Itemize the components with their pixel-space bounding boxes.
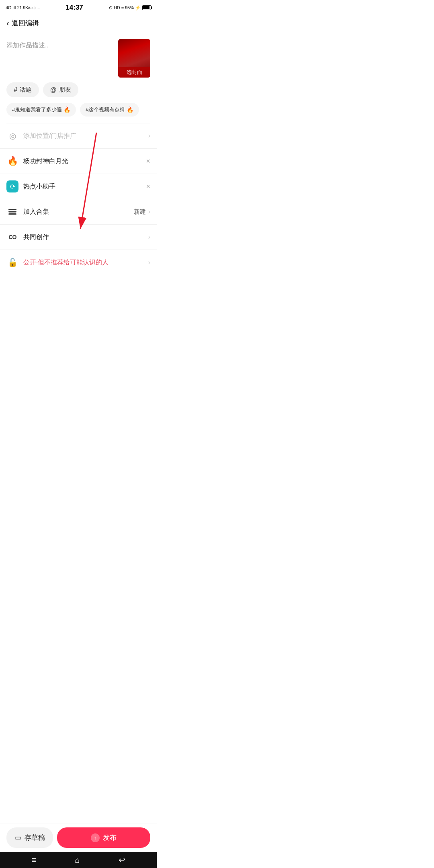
hashtag-label: 话题	[20, 86, 32, 94]
collab-right: ›	[148, 233, 150, 241]
hot-tag-1-text: #鬼知道我看了多少遍	[12, 106, 62, 113]
hashtag-symbol: #	[14, 86, 17, 94]
svg-rect-1	[8, 211, 16, 213]
collab-icon: CO	[6, 231, 18, 243]
collection-new-label: 新建	[134, 208, 146, 216]
status-left: 4G .ill 21.9K/s ψ ...	[6, 5, 40, 10]
hot-assistant-row[interactable]: ⟳ 热点小助手 ×	[0, 174, 157, 199]
cover-label[interactable]: 选封面	[118, 67, 150, 78]
privacy-icon: 🔓	[6, 256, 18, 268]
mention-label: 朋友	[59, 86, 71, 94]
stack-icon	[8, 207, 17, 217]
status-bar: 4G .ill 21.9K/s ψ ... 14:37 ⊙ HD ≈ 95% ⚡	[0, 0, 157, 14]
privacy-right: ›	[148, 259, 150, 266]
collection-text: 加入合集	[23, 208, 134, 216]
location-text: 添加位置/门店推广	[23, 132, 148, 140]
fire-icon-2: 🔥	[127, 106, 133, 113]
cover-thumbnail[interactable]: 选封面	[118, 39, 150, 78]
collection-row[interactable]: 加入合集 新建 ›	[0, 199, 157, 225]
svg-rect-0	[8, 213, 16, 215]
collection-icon	[6, 206, 18, 218]
mention-button[interactable]: @ 朋友	[43, 82, 78, 97]
back-button[interactable]: ‹ 返回编辑	[6, 18, 39, 28]
hot-topic-close-icon[interactable]: ×	[146, 157, 150, 166]
tag-buttons-row: # 话题 @ 朋友	[0, 82, 157, 103]
hot-tag-1[interactable]: #鬼知道我看了多少遍 🔥	[6, 103, 76, 117]
status-icons: ⊙ HD ≈ 95% ⚡	[109, 5, 141, 10]
hot-tags-row: #鬼知道我看了多少遍 🔥 #这个视频有点抖 🔥	[0, 103, 157, 123]
fire-icon-1: 🔥	[63, 106, 70, 113]
status-right: ⊙ HD ≈ 95% ⚡	[109, 5, 151, 10]
description-input[interactable]: 添加作品描述..	[6, 39, 113, 50]
hashtag-button[interactable]: # 话题	[6, 82, 39, 97]
hot-tag-2[interactable]: #这个视频有点抖 🔥	[80, 103, 139, 117]
description-area: 添加作品描述.. 选封面	[0, 33, 157, 82]
hot-topic-right: ×	[146, 157, 150, 166]
location-chevron-icon: ›	[148, 132, 150, 139]
mention-symbol: @	[50, 86, 57, 94]
hot-topic-text: 杨功封神白月光	[23, 157, 146, 166]
collection-right: 新建 ›	[134, 208, 150, 216]
privacy-text: 公开·但不推荐给可能认识的人	[23, 258, 148, 267]
hot-topic-icon: 🔥	[6, 155, 18, 167]
collection-chevron-icon: ›	[148, 208, 150, 215]
location-icon: ◎	[6, 130, 18, 142]
collab-row[interactable]: CO 共同创作 ›	[0, 225, 157, 250]
hot-tag-2-text: #这个视频有点抖	[86, 106, 125, 113]
battery-icon	[142, 5, 151, 10]
collab-text: 共同创作	[23, 233, 148, 242]
collab-chevron-icon: ›	[148, 233, 150, 241]
back-label: 返回编辑	[12, 18, 39, 28]
svg-rect-2	[8, 209, 16, 210]
hot-assistant-icon: ⟳	[6, 180, 18, 192]
back-arrow-icon: ‹	[6, 18, 9, 28]
hot-topic-row[interactable]: 🔥 杨功封神白月光 ×	[0, 149, 157, 174]
status-time: 14:37	[66, 4, 83, 12]
hot-assistant-close-icon[interactable]: ×	[146, 182, 150, 191]
location-row[interactable]: ◎ 添加位置/门店推广 ›	[0, 123, 157, 149]
hot-assistant-right: ×	[146, 182, 150, 191]
header: ‹ 返回编辑	[0, 14, 157, 33]
hot-assistant-text: 热点小助手	[23, 182, 146, 191]
privacy-row[interactable]: 🔓 公开·但不推荐给可能认识的人 ›	[0, 250, 157, 275]
privacy-chevron-icon: ›	[148, 259, 150, 266]
location-right: ›	[148, 132, 150, 139]
